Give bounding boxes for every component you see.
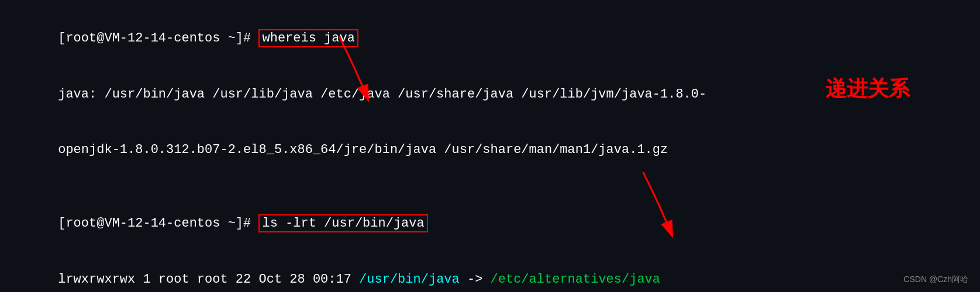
block1: [root@VM-12-14-centos ~]# whereis java j…: [12, 11, 968, 178]
block1-output1: java: /usr/bin/java /usr/lib/java /etc/j…: [12, 67, 968, 123]
block2-command-line: [root@VM-12-14-centos ~]# ls -lrt /usr/b…: [12, 196, 968, 252]
watermark: CSDN @Czh阿哈: [903, 274, 968, 285]
arrow2-svg: [614, 166, 743, 242]
terminal: [root@VM-12-14-centos ~]# whereis java j…: [0, 0, 980, 292]
block1-command-line: [root@VM-12-14-centos ~]# whereis java: [12, 11, 968, 67]
annotation-label: 递进关系: [826, 75, 910, 103]
block1-output2: openjdk-1.8.0.312.b07-2.el8_5.x86_64/jre…: [12, 122, 968, 178]
arrow1-svg: [287, 30, 403, 106]
block2-output: lrwxrwxrwx 1 root root 22 Oct 28 00:17 /…: [12, 252, 968, 292]
block2: [root@VM-12-14-centos ~]# ls -lrt /usr/b…: [12, 196, 968, 292]
block2-command: ls -lrt /usr/bin/java: [258, 214, 427, 232]
block1-prompt: [root@VM-12-14-centos ~]#: [58, 31, 258, 46]
